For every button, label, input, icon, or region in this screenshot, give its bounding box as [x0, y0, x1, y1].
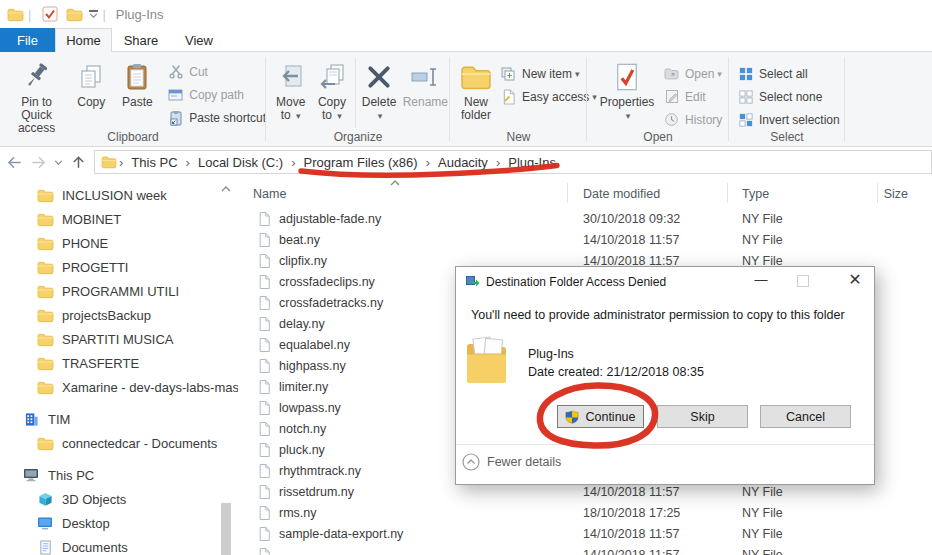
- select-all-button[interactable]: Select all: [737, 62, 845, 85]
- sidebar-scroll-up-icon[interactable]: [221, 186, 231, 192]
- building-icon: [22, 411, 40, 427]
- skip-button[interactable]: Skip: [657, 405, 748, 428]
- select-none-button[interactable]: Select none: [737, 85, 845, 108]
- button-label: Skip: [690, 410, 714, 424]
- window-title: Plug-Ins: [116, 7, 164, 22]
- delete-button[interactable]: Delete ▾: [358, 56, 401, 125]
- sidebar-item-label: INCLUSION week: [62, 188, 167, 203]
- rename-button[interactable]: Rename: [401, 56, 450, 111]
- cut-button[interactable]: Cut: [167, 60, 266, 83]
- navigation-pane: INCLUSION weekMOBINETPHONEPROGETTIPROGRA…: [0, 177, 238, 555]
- group-label: Open: [587, 130, 729, 144]
- tab-view[interactable]: View: [170, 28, 228, 52]
- file-icon: [258, 547, 271, 555]
- paste-shortcut-button[interactable]: Paste shortcut: [167, 106, 266, 129]
- copy-button[interactable]: Copy: [69, 56, 113, 111]
- move-to-button[interactable]: Move to ▾: [270, 56, 311, 125]
- copy-path-button[interactable]: Copy path: [167, 83, 266, 106]
- file-row[interactable]: rissetdrum.ny14/10/2018 11:57NY File: [240, 482, 932, 503]
- group-label: Organize: [266, 130, 450, 144]
- file-row[interactable]: rms.ny18/10/2018 17:25NY File: [240, 503, 932, 524]
- sidebar-item[interactable]: Documents: [0, 535, 238, 555]
- folder-icon[interactable]: [65, 5, 83, 23]
- sidebar-item[interactable]: MOBINET: [0, 207, 238, 231]
- sidebar-item[interactable]: 3D Objects: [0, 487, 238, 511]
- sidebar-item[interactable]: This PC: [0, 463, 238, 487]
- sidebar-item[interactable]: PROGRAMMI UTILI: [0, 279, 238, 303]
- file-name: notch.ny: [279, 422, 326, 436]
- sidebar-item[interactable]: SPARTITI MUSICA: [0, 327, 238, 351]
- paste-button[interactable]: Paste: [113, 56, 161, 111]
- up-button[interactable]: [66, 150, 90, 174]
- fewer-details-label: Fewer details: [487, 455, 561, 469]
- pin-icon: [24, 58, 50, 96]
- fewer-details-toggle[interactable]: Fewer details: [462, 453, 561, 471]
- breadcrumb-segment[interactable]: Program Files (x86): [298, 155, 424, 170]
- tab-home[interactable]: Home: [55, 28, 112, 52]
- column-header-name[interactable]: Name: [253, 187, 286, 201]
- button-label: Paste shortcut: [189, 111, 266, 125]
- sidebar-item[interactable]: Xamarine - dev-days-labs-maste: [0, 375, 238, 399]
- group-label: Clipboard: [0, 130, 266, 144]
- sidebar-item[interactable]: connectedcar - Documents: [0, 431, 238, 455]
- invert-selection-button[interactable]: Invert selection: [737, 108, 845, 131]
- file-date-modified: 30/10/2018 09:32: [583, 212, 680, 226]
- sidebar-item[interactable]: projectsBackup: [0, 303, 238, 327]
- quick-access-dropdown-icon[interactable]: [89, 10, 98, 18]
- sort-ascending-icon: [390, 180, 400, 186]
- file-row[interactable]: adjustable-fade.ny30/10/2018 09:32NY Fil…: [240, 209, 932, 230]
- sidebar-item[interactable]: TIM: [0, 407, 238, 431]
- sidebar-item[interactable]: Desktop: [0, 511, 238, 535]
- button-label: Cut: [189, 65, 208, 79]
- new-item-button[interactable]: New item ▾: [500, 62, 597, 85]
- pin-to-quick-access-button[interactable]: Pin to Quick access: [4, 56, 69, 137]
- column-header-type[interactable]: Type: [742, 187, 769, 201]
- breadcrumb-segment[interactable]: Plug-Ins: [502, 155, 562, 170]
- forward-button[interactable]: [26, 150, 50, 174]
- breadcrumb-segment[interactable]: Audacity: [432, 155, 494, 170]
- file-row[interactable]: 14/10/2018 11:57NY File: [240, 545, 932, 555]
- file-type: NY File: [742, 548, 783, 555]
- sidebar-scrollbar-thumb[interactable]: [221, 503, 231, 555]
- easy-access-button[interactable]: Easy access ▾: [500, 85, 597, 108]
- ribbon-group-organize: Move to ▾ Copy to ▾ Delete ▾ Rename: [266, 52, 450, 146]
- select-all-icon: [737, 66, 754, 82]
- new-folder-button[interactable]: New folder: [458, 56, 494, 124]
- file-name: highpass.ny: [279, 359, 346, 373]
- file-icon: [258, 379, 271, 395]
- breadcrumb-segment[interactable]: Local Disk (C:): [192, 155, 289, 170]
- file-row[interactable]: beat.ny14/10/2018 11:57NY File: [240, 230, 932, 251]
- sidebar-item[interactable]: PROGETTI: [0, 255, 238, 279]
- edit-button[interactable]: Edit: [663, 85, 722, 108]
- file-row[interactable]: sample-data-export.ny14/10/2018 11:57NY …: [240, 524, 932, 545]
- sidebar-item[interactable]: TRASFERTE: [0, 351, 238, 375]
- back-button[interactable]: [2, 150, 26, 174]
- select-none-icon: [737, 89, 754, 105]
- continue-button[interactable]: Continue: [557, 405, 644, 428]
- column-header-date-modified[interactable]: Date modified: [583, 187, 660, 201]
- tab-share[interactable]: Share: [112, 28, 170, 52]
- checkbox-icon[interactable]: [41, 5, 59, 23]
- breadcrumb-separator: ›: [424, 155, 432, 170]
- history-button[interactable]: History: [663, 108, 722, 131]
- folder-icon[interactable]: [6, 5, 24, 23]
- folder-with-files-icon: [465, 335, 511, 387]
- file-name: clipfix.ny: [279, 254, 327, 268]
- sidebar-item-label: MOBINET: [62, 212, 121, 227]
- sidebar-item[interactable]: INCLUSION week: [0, 183, 238, 207]
- open-button[interactable]: Open ▾: [663, 62, 722, 85]
- sidebar-item[interactable]: PHONE: [0, 231, 238, 255]
- tab-file[interactable]: File: [0, 28, 55, 52]
- column-header-size[interactable]: Size: [850, 187, 908, 201]
- cancel-button[interactable]: Cancel: [760, 405, 851, 428]
- close-icon[interactable]: ✕: [842, 270, 868, 290]
- copy-to-button[interactable]: Copy to ▾: [311, 56, 352, 125]
- breadcrumb[interactable]: ›This PC›Local Disk (C:)›Program Files (…: [94, 150, 932, 174]
- recent-locations-chevron-icon[interactable]: [50, 150, 66, 174]
- sidebar-item-label: PROGRAMMI UTILI: [62, 284, 179, 299]
- minimize-button[interactable]: —: [749, 270, 773, 290]
- rename-icon: [410, 58, 440, 96]
- breadcrumb-segment[interactable]: This PC: [125, 155, 183, 170]
- sidebar-item-label: PROGETTI: [62, 260, 128, 275]
- properties-button[interactable]: Properties ▾: [595, 56, 659, 125]
